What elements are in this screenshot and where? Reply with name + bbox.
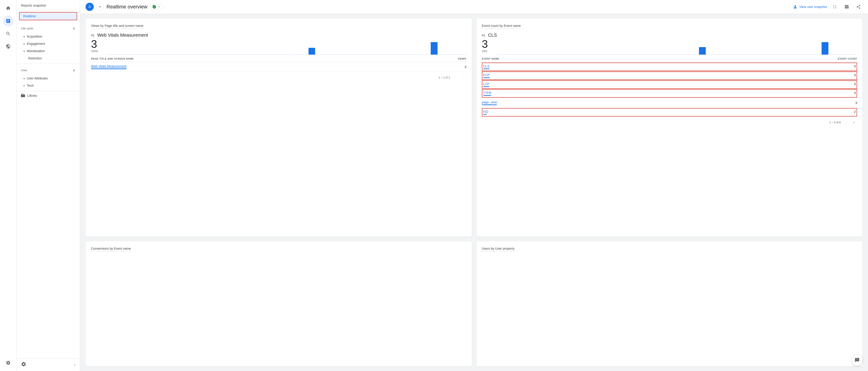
- card2-table-header: EVENT NAME EVENT COUNT: [482, 56, 857, 62]
- card2-page-name: CLS: [488, 33, 497, 38]
- card1-sub-label: 100%: [91, 50, 98, 53]
- ttfb-value: 3: [854, 91, 856, 96]
- card2-chart: [497, 41, 857, 55]
- engagement-label: Engagement: [27, 42, 45, 45]
- acquisition-item[interactable]: ▸ Acquisition: [17, 33, 80, 40]
- card2-col2: EVENT COUNT: [838, 57, 857, 60]
- icon-sidebar: [0, 0, 17, 371]
- card1-table-header: PAGE TITLE AND SCREEN NAME VIEWS: [91, 56, 466, 62]
- card1-title: Views by Page title and screen name: [91, 24, 143, 29]
- retention-item[interactable]: Retention: [17, 55, 80, 62]
- table-view-icon[interactable]: [842, 3, 851, 11]
- status-dropdown[interactable]: [150, 4, 163, 9]
- card1-col1: PAGE TITLE AND SCREEN NAME: [91, 57, 134, 60]
- explore-icon[interactable]: [3, 41, 14, 52]
- table-row-fcp: FCP 3: [482, 71, 857, 80]
- card2-big-number: 3: [482, 39, 488, 50]
- tech-bullet: ▸: [24, 84, 25, 87]
- realtime-nav-item[interactable]: Realtime: [19, 12, 77, 20]
- header-left: A + Realtime overview: [86, 3, 163, 11]
- feedback-button[interactable]: [851, 354, 863, 366]
- home-icon[interactable]: [3, 3, 14, 14]
- monetization-label: Monetization: [27, 49, 45, 53]
- acquisition-bullet: ▸: [24, 35, 25, 38]
- table-row: Web Vitals Measurement 3: [91, 62, 466, 72]
- ttfb-name[interactable]: TTFB: [483, 91, 491, 95]
- row-name: Web Vitals Measurement: [91, 64, 126, 69]
- add-view-button[interactable]: +: [96, 3, 104, 10]
- card1-page-name: Web Vitals Measurement: [97, 33, 148, 38]
- settings-nav-icon[interactable]: [3, 357, 14, 368]
- pageview-value: 3: [855, 101, 857, 105]
- engagement-item[interactable]: ▸ Engagement: [17, 40, 80, 47]
- monetization-bullet: ▸: [24, 50, 25, 53]
- header-right: View user snapshot: [793, 3, 863, 11]
- cls-value: 3: [854, 64, 856, 69]
- pageview-name[interactable]: page_view: [482, 100, 497, 104]
- tech-item[interactable]: ▸ Tech: [17, 82, 80, 89]
- table-row-ttfb: TTFB 3: [482, 89, 857, 98]
- view-snapshot-button[interactable]: View user snapshot: [793, 5, 827, 9]
- card1-chart: [107, 41, 466, 55]
- user-section-label: User: [21, 68, 27, 72]
- lifecycle-chevron: ∧: [72, 26, 75, 31]
- conversions-card: Conversions by Event name: [86, 241, 472, 366]
- retention-label: Retention: [28, 57, 42, 60]
- user-attributes-label: User Attributes: [27, 76, 48, 80]
- views-by-page-card: Views by Page title and screen name #1 W…: [86, 19, 472, 237]
- tech-label: Tech: [27, 84, 34, 87]
- settings-icon[interactable]: [21, 362, 26, 368]
- next-page-button[interactable]: ›: [460, 74, 466, 81]
- user-attributes-item[interactable]: ▸ User Attributes: [17, 75, 80, 82]
- event-count-card: Event count by Event name #1 CLS 3 15% E…: [476, 19, 863, 237]
- lifecycle-header[interactable]: Life cycle ∧: [17, 24, 80, 33]
- card1-rank: #1: [91, 33, 95, 37]
- report-title: Realtime overview: [106, 4, 163, 10]
- card2-prev-button[interactable]: ‹: [842, 119, 849, 126]
- fcp-value: 3: [854, 73, 856, 78]
- left-navigation: Reports snapshot Realtime Life cycle ∧ ▸…: [17, 0, 80, 371]
- avatar-button[interactable]: A: [86, 3, 94, 11]
- card1-col2: VIEWS: [458, 57, 466, 60]
- content-area: Views by Page title and screen name #1 W…: [80, 14, 868, 371]
- table-row-pageview: page_view 3: [482, 98, 857, 107]
- card1-big-number: 3: [91, 39, 98, 50]
- nav-header: Reports snapshot: [17, 0, 80, 10]
- fcp-name[interactable]: FCP: [483, 73, 490, 77]
- library-item[interactable]: Library: [17, 91, 80, 100]
- share-icon[interactable]: [854, 3, 863, 11]
- card4-title: Users by User property: [482, 247, 515, 252]
- main-header: A + Realtime overview View user snapshot: [80, 0, 868, 14]
- table-row-lcp: LCP 3: [482, 80, 857, 89]
- expand-icon[interactable]: [831, 3, 839, 11]
- collapse-nav-icon[interactable]: ‹: [74, 363, 75, 367]
- lifecycle-section: Life cycle ∧ ▸ Acquisition ▸ Engagement …: [17, 22, 80, 64]
- user-section-chevron: ∧: [72, 68, 75, 72]
- lifecycle-label: Life cycle: [21, 27, 33, 30]
- search-reports-icon[interactable]: [3, 28, 14, 39]
- table-row-cls: CLS 3: [482, 63, 857, 71]
- lcp-name[interactable]: LCP: [483, 82, 489, 86]
- prev-page-button[interactable]: ‹: [452, 74, 458, 81]
- card2-next-button[interactable]: ›: [851, 119, 857, 126]
- lcp-value: 3: [854, 82, 856, 87]
- nav-footer: ‹: [17, 359, 80, 371]
- user-section: User ∧ ▸ User Attributes ▸ Tech: [17, 64, 80, 91]
- analytics-icon[interactable]: [3, 16, 14, 26]
- card2-sub-label: 15%: [482, 50, 488, 53]
- view-snapshot-label: View user snapshot: [799, 5, 827, 9]
- fid-value: 2: [854, 110, 856, 115]
- acquisition-label: Acquisition: [27, 35, 42, 38]
- user-attributes-bullet: ▸: [24, 77, 25, 80]
- row-value: 3: [465, 65, 466, 69]
- cls-name[interactable]: CLS: [483, 64, 489, 68]
- card2-pagination: 1 – 6 of 8 ‹ ›: [482, 119, 857, 126]
- fid-name[interactable]: FID: [483, 110, 489, 114]
- main-content: A + Realtime overview View user snapshot: [80, 0, 868, 371]
- users-by-property-card: Users by User property: [476, 241, 863, 366]
- monetization-item[interactable]: ▸ Monetization: [17, 47, 80, 55]
- user-header[interactable]: User ∧: [17, 66, 80, 75]
- table-row-fid: FID 2: [482, 108, 857, 117]
- card1-pagination: 1 – 1 of 1 ‹ ›: [91, 74, 466, 81]
- card2-title: Event count by Event name: [482, 24, 521, 29]
